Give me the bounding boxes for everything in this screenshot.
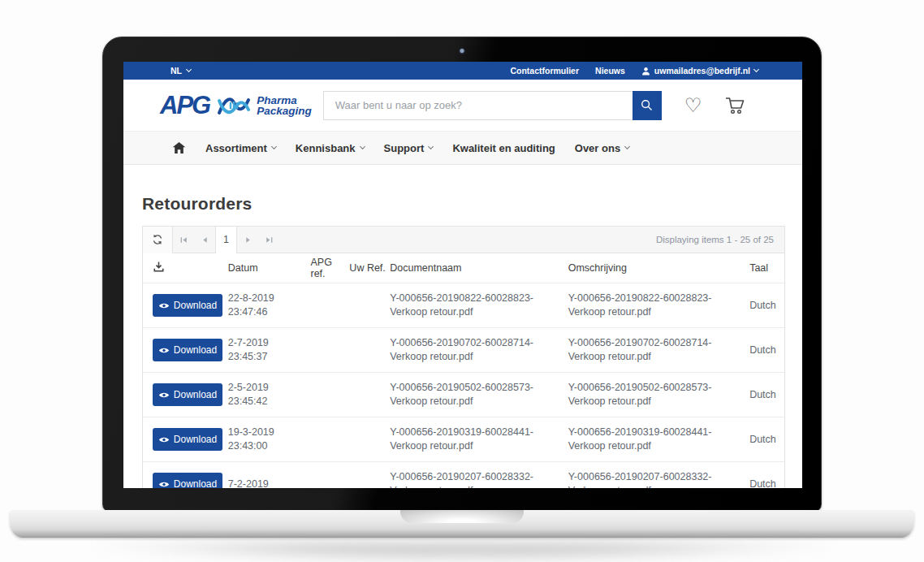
cell-datum: 19-3-201923:43:00 (228, 426, 311, 453)
cell-omschrijving: Y-000656-20190319-60028441-Verkoop retou… (568, 426, 748, 453)
laptop-base (10, 510, 914, 538)
apg-logo[interactable]: APG Pharma Packaging (160, 91, 312, 120)
dna-helix-icon (217, 93, 251, 118)
table-row: Download 2-5-201923:45:42 Y-000656-20190… (143, 373, 784, 417)
top-utility-bar: NL Contactformulier Nieuws uwmailadres@b… (123, 62, 802, 80)
table-row: Download 7-2-2019 Y-000656-20190207-6002… (143, 462, 784, 488)
prev-page-icon (201, 236, 209, 244)
news-link[interactable]: Nieuws (595, 66, 625, 76)
heart-icon: ♡ (684, 96, 702, 115)
download-button[interactable]: Download (153, 294, 222, 317)
chevron-down-icon (360, 144, 365, 149)
nav-item-kennisbank[interactable]: Kennisbank (296, 142, 365, 154)
cell-taal: Dutch (748, 344, 784, 356)
cell-documentnaam: Y-000656-20190702-60028714-Verkoop retou… (390, 336, 568, 364)
refresh-button[interactable] (143, 227, 173, 253)
col-header-apg-ref[interactable]: APG ref. (310, 257, 349, 279)
col-header-datum[interactable]: Datum (228, 262, 311, 275)
nav-item-support[interactable]: Support (384, 142, 434, 154)
table-header-row: Datum APG ref. Uw Ref. Documentnaam Omsc… (143, 253, 784, 283)
eye-icon (158, 302, 170, 309)
cell-taal: Dutch (748, 434, 784, 445)
eye-icon (158, 347, 170, 354)
account-email: uwmailadres@bedrijf.nl (654, 66, 750, 76)
col-header-uw-ref[interactable]: Uw Ref. (349, 262, 390, 274)
download-button[interactable]: Download (153, 339, 222, 361)
laptop-mockup: NL Contactformulier Nieuws uwmailadres@b… (10, 37, 914, 562)
laptop-screen-bezel: NL Contactformulier Nieuws uwmailadres@b… (102, 37, 822, 512)
next-page-button[interactable] (237, 227, 258, 253)
chevron-down-icon (186, 67, 192, 72)
cell-taal: Dutch (748, 478, 784, 488)
cell-omschrijving: Y-000656-20190207-60028332-Verkoop retou… (568, 470, 748, 488)
search-button[interactable] (633, 91, 662, 120)
logo-tagline: Pharma Packaging (257, 95, 312, 116)
cell-omschrijving: Y-000656-20190702-60028714-Verkoop retou… (568, 336, 748, 364)
pagination-status: Displaying items 1 - 25 of 25 (656, 235, 784, 244)
current-page[interactable]: 1 (215, 227, 237, 253)
last-page-icon (265, 236, 274, 244)
pagination-bar: 1 Displaying items 1 - 25 (143, 227, 784, 253)
language-selector[interactable]: NL (171, 66, 191, 76)
first-page-icon (179, 236, 188, 244)
nav-item-over-ons[interactable]: Over ons (575, 142, 629, 154)
wishlist-button[interactable]: ♡ (684, 96, 702, 115)
nav-item-kwaliteit[interactable]: Kwaliteit en auditing (452, 142, 555, 154)
cart-icon (724, 96, 745, 115)
table-row: Download 2-7-201923:45:37 Y-000656-20190… (143, 328, 784, 373)
retourorders-table: 1 Displaying items 1 - 25 (142, 226, 785, 488)
last-page-button[interactable] (258, 227, 279, 253)
home-icon (172, 141, 186, 154)
account-menu[interactable]: uwmailadres@bedrijf.nl (641, 66, 758, 76)
webcam-icon (459, 48, 465, 54)
user-icon (641, 67, 650, 76)
prev-page-button[interactable] (194, 227, 215, 253)
page-content: Retourorders (123, 194, 802, 488)
refresh-icon (152, 234, 163, 245)
col-header-documentnaam[interactable]: Documentnaam (390, 262, 568, 275)
cell-documentnaam: Y-000656-20190207-60028332-Verkoop retou… (390, 470, 568, 488)
chevron-down-icon (753, 67, 759, 72)
cell-documentnaam: Y-000656-20190319-60028441-Verkoop retou… (390, 426, 568, 453)
search-input[interactable] (323, 91, 633, 120)
cell-documentnaam: Y-000656-20190822-60028823-Verkoop retou… (390, 292, 568, 319)
first-page-button[interactable] (173, 227, 194, 253)
download-button[interactable]: Download (153, 473, 222, 488)
cell-datum: 2-7-201923:45:37 (228, 336, 311, 364)
language-label: NL (171, 66, 182, 76)
cart-button[interactable] (724, 96, 745, 115)
eye-icon (158, 436, 170, 443)
cell-datum: 2-5-201923:45:42 (228, 381, 311, 409)
col-header-taal[interactable]: Taal (748, 262, 784, 274)
chevron-down-icon (271, 144, 277, 149)
cell-omschrijving: Y-000656-20190502-60028573-Verkoop retou… (568, 381, 748, 409)
table-row: Download 19-3-201923:43:00 Y-000656-2019… (143, 417, 784, 462)
eye-icon (158, 391, 170, 399)
eye-icon (158, 481, 170, 488)
logo-text: APG (160, 91, 209, 120)
cell-datum: 22-8-201923:47:46 (228, 292, 311, 319)
laptop-notch (400, 510, 524, 523)
table-row: Download 22-8-201923:47:46 Y-000656-2019… (143, 283, 784, 328)
col-header-omschrijving[interactable]: Omschrijving (568, 262, 748, 275)
cell-datum: 7-2-2019 (228, 478, 311, 489)
nav-item-assortiment[interactable]: Assortiment (205, 142, 276, 154)
chevron-down-icon (428, 144, 434, 149)
nav-home[interactable] (172, 141, 186, 154)
page-title: Retourorders (142, 194, 802, 214)
next-page-icon (244, 236, 253, 244)
laptop-reflection (97, 543, 827, 562)
download-button[interactable]: Download (153, 383, 222, 406)
download-button[interactable]: Download (153, 428, 222, 451)
cell-documentnaam: Y-000656-20190502-60028573-Verkoop retou… (390, 381, 568, 409)
search-bar (323, 91, 662, 120)
cell-taal: Dutch (748, 300, 784, 311)
browser-viewport: NL Contactformulier Nieuws uwmailadres@b… (123, 62, 802, 488)
chevron-down-icon (624, 144, 630, 149)
search-icon (640, 98, 654, 112)
contact-form-link[interactable]: Contactformulier (510, 66, 579, 76)
site-header: APG Pharma Packaging (123, 80, 802, 131)
cell-omschrijving: Y-000656-20190822-60028823-Verkoop retou… (568, 292, 748, 319)
main-nav: Assortiment Kennisbank Support Kwaliteit… (123, 131, 802, 165)
download-column-icon (153, 261, 165, 273)
